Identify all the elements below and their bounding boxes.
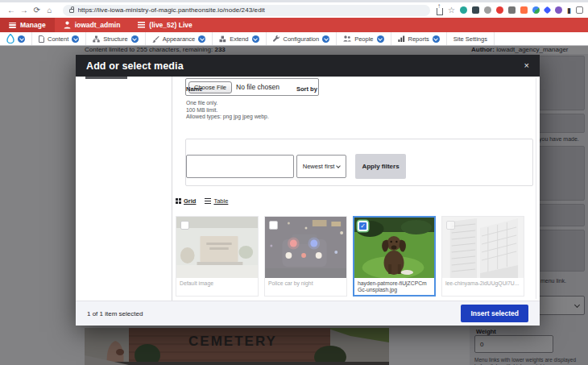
back-icon[interactable]: ← xyxy=(5,2,18,18)
ext-purple-circle-icon[interactable] xyxy=(555,6,562,14)
nav-item-people[interactable]: People xyxy=(337,32,391,45)
media-item-building[interactable]: lee-chinyama-2idUUgQUi7U... xyxy=(441,216,524,297)
url-text: https://live-iowa-ministry-of-magic.pant… xyxy=(78,6,265,14)
nav-item-site-settings[interactable]: Site Settings xyxy=(447,32,495,45)
media-item-default-image[interactable]: Default image xyxy=(176,216,259,297)
admin-bar-environment[interactable]: (live_52) Live xyxy=(129,18,201,32)
lock-icon xyxy=(69,9,74,13)
media-checkbox-checked[interactable]: ✓ xyxy=(358,222,367,230)
bookmark-star-icon[interactable]: ☆ xyxy=(448,6,455,15)
media-item-police-car[interactable]: Police car by night xyxy=(264,216,347,297)
sitemap-icon xyxy=(93,35,100,43)
insert-selected-button[interactable]: Insert selected xyxy=(461,305,528,322)
chevron-down-icon xyxy=(433,35,440,43)
upload-note-line: 100 MB limit. xyxy=(186,107,269,114)
upload-note-line: One file only. xyxy=(186,100,269,107)
forward-icon[interactable]: → xyxy=(18,2,31,18)
chevron-down-icon xyxy=(18,35,25,43)
extensions-puzzle-icon[interactable]: ▮ xyxy=(567,6,571,15)
profile-icon[interactable] xyxy=(576,6,583,14)
nav-item-reports[interactable]: Reports xyxy=(391,32,447,45)
media-library-modal: Add or select media × Choose File No fil… xyxy=(76,55,540,326)
ext-multicolor-icon[interactable] xyxy=(532,6,540,14)
wrench-icon xyxy=(273,35,280,43)
ext-orange-square-icon[interactable] xyxy=(520,6,528,14)
reload-icon[interactable]: ⟳ xyxy=(31,2,43,18)
selection-status: 1 of 1 item selected xyxy=(87,310,143,317)
nav-item-configuration[interactable]: Configuration xyxy=(267,32,337,45)
grid-view-link[interactable]: Grid xyxy=(176,197,196,205)
drupal-nav-toolbar: Content Structure Appearance Extend Conf… xyxy=(0,32,588,46)
chevron-down-icon xyxy=(252,35,259,43)
name-filter-input[interactable] xyxy=(186,155,294,178)
table-icon xyxy=(205,198,211,204)
media-menu-divider xyxy=(172,77,172,301)
chevron-down-icon xyxy=(377,35,384,43)
people-icon xyxy=(343,35,351,42)
media-item-label: Police car by night xyxy=(265,278,346,287)
brush-icon xyxy=(152,35,159,43)
table-view-link[interactable]: Table xyxy=(205,197,228,205)
media-item-label: Default image xyxy=(176,278,258,287)
user-icon xyxy=(64,21,71,29)
drupal-logo-icon xyxy=(6,34,14,44)
ext-red-circle-icon[interactable] xyxy=(496,6,503,14)
media-item-dog-selected[interactable]: ✓ hayden-patmore-fiUjZCPCmGc-unsplash.jp… xyxy=(353,216,436,297)
modal-scrollbar[interactable] xyxy=(536,78,536,299)
admin-bar-manage[interactable]: Manage xyxy=(0,18,55,32)
view-toggle: Grid Table xyxy=(176,197,228,205)
chevron-down-icon xyxy=(336,164,341,168)
chevron-down-icon xyxy=(198,35,205,43)
nav-item-structure[interactable]: Structure xyxy=(86,32,145,45)
url-bar[interactable]: https://live-iowa-ministry-of-magic.pant… xyxy=(63,5,431,16)
media-checkbox[interactable] xyxy=(269,221,278,230)
media-grid: Default image xyxy=(176,216,524,297)
chevron-down-icon xyxy=(72,35,79,43)
media-checkbox[interactable] xyxy=(446,221,455,230)
hamburger-icon xyxy=(9,23,16,28)
blocks-icon xyxy=(219,35,226,43)
ext-gray-grid-icon[interactable] xyxy=(508,6,516,14)
apply-filters-button[interactable]: Apply filters xyxy=(355,154,406,179)
nav-item-content[interactable]: Content xyxy=(32,32,86,45)
close-icon[interactable]: × xyxy=(524,61,529,70)
file-icon xyxy=(39,35,44,43)
ext-teal-circle-icon[interactable] xyxy=(460,6,467,14)
sort-by-select[interactable]: Newest first xyxy=(296,155,346,178)
ext-gray-circle-icon[interactable] xyxy=(484,6,491,14)
sort-by-label: Sort by xyxy=(296,85,317,93)
ext-blue-shape-icon[interactable] xyxy=(544,6,552,15)
nav-item-extend[interactable]: Extend xyxy=(213,32,266,45)
nav-item-home[interactable] xyxy=(0,32,32,45)
ext-dark-square-icon[interactable] xyxy=(472,6,479,14)
upload-notes: One file only. 100 MB limit. Allowed typ… xyxy=(186,100,269,121)
modal-title: Add or select media xyxy=(86,60,184,72)
sort-by-value: Newest first xyxy=(303,163,335,170)
grid-icon xyxy=(176,198,181,204)
chevron-down-icon xyxy=(131,35,139,43)
name-filter-label: Name xyxy=(186,85,202,93)
drupal-admin-bar: Manage iowadt_admin (live_52) Live xyxy=(0,18,588,32)
nav-item-appearance[interactable]: Appearance xyxy=(146,32,213,45)
clipped-text xyxy=(85,77,127,79)
chevron-down-icon xyxy=(322,35,329,43)
admin-bar-user[interactable]: iowadt_admin xyxy=(55,18,130,32)
modal-body: Choose File No file chosen One file only… xyxy=(76,77,540,301)
home-icon[interactable]: ⌂ xyxy=(43,2,56,18)
media-item-label: lee-chinyama-2idUUgQUi7U... xyxy=(442,278,524,287)
chart-icon xyxy=(398,35,405,42)
modal-footer: 1 of 1 item selected Insert selected xyxy=(76,301,540,326)
share-icon[interactable] xyxy=(437,8,443,15)
modal-header: Add or select media × xyxy=(76,55,540,77)
media-item-label: hayden-patmore-fiUjZCPCmGc-unsplash.jpg xyxy=(354,278,434,293)
list-icon xyxy=(138,22,145,28)
screen: ← → ⟳ ⌂ https://live-iowa-ministry-of-ma… xyxy=(0,0,588,365)
browser-toolbar: ← → ⟳ ⌂ https://live-iowa-ministry-of-ma… xyxy=(0,2,588,18)
media-checkbox[interactable] xyxy=(180,221,189,230)
upload-note-line: Allowed types: png jpg jpeg webp. xyxy=(186,114,269,121)
file-upload-status: No file chosen xyxy=(236,83,280,91)
